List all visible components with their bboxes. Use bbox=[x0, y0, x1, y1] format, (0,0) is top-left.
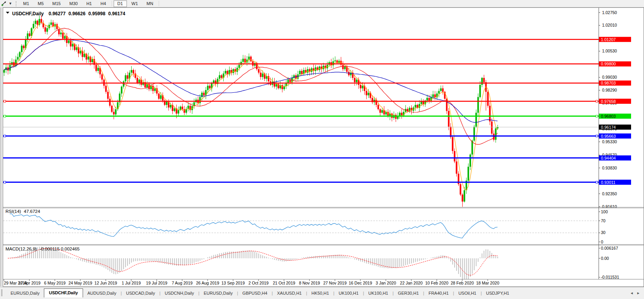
chart-tab-eurusd-daily[interactable]: EURUSD,Daily bbox=[199, 289, 237, 297]
timeframe-button-mn[interactable]: MN bbox=[143, 0, 157, 7]
rsi-tick-label: 70 bbox=[601, 218, 606, 223]
date-tick-label: 24 May 2019 bbox=[69, 281, 92, 285]
chart-tab-usoil-h1[interactable]: USOil,H1 bbox=[454, 289, 481, 297]
price-tick-label: 1.00530 bbox=[602, 49, 617, 53]
title-open: 0.96277 bbox=[49, 11, 66, 16]
date-tick-label: 18 Mar 2020 bbox=[476, 281, 499, 285]
date-tick-label: 12 Jun 2019 bbox=[94, 281, 117, 285]
price-level-badge: 1.01207 bbox=[601, 37, 616, 42]
price-chart-canvas[interactable]: 10070300 0.0061670.00-0.011531 1.027501.… bbox=[0, 7, 644, 287]
chart-tab-usdcnh-daily[interactable]: USDCNH,Daily bbox=[161, 289, 199, 297]
price-level-badge: 0.99800 bbox=[601, 61, 616, 66]
chart-tab-ger30-h1[interactable]: GER30,H1 bbox=[394, 289, 423, 297]
time-axis[interactable]: 29 Mar 201917 Apr 20196 May 201924 May 2… bbox=[4, 279, 499, 285]
chart-tab-xauusd-h1[interactable]: XAUUSD,H1 bbox=[273, 289, 306, 297]
price-level-badge: 0.95663 bbox=[601, 134, 616, 139]
title-close: 0.96174 bbox=[108, 11, 125, 16]
timeframe-button-m30[interactable]: M30 bbox=[65, 0, 81, 7]
chart-tab-audusd-daily[interactable]: AUDUSD,Daily bbox=[83, 289, 121, 297]
price-level-badge: 0.97658 bbox=[601, 99, 616, 104]
date-tick-label: 22 Jan 2020 bbox=[400, 281, 423, 285]
dropdown-arrow-icon[interactable]: ▼ bbox=[9, 2, 14, 5]
date-tick-label: 27 Nov 2019 bbox=[323, 281, 347, 285]
level-handle[interactable] bbox=[4, 135, 6, 137]
tabs-scroll-right-icon[interactable]: ► bbox=[637, 291, 640, 295]
timeframe-button-h1[interactable]: H1 bbox=[82, 0, 96, 7]
date-tick-label: 7 Aug 2019 bbox=[172, 281, 192, 285]
level-handle[interactable] bbox=[596, 181, 598, 183]
price-tick-label: 0.92350 bbox=[602, 191, 617, 196]
timeframe-toolbar: M1M5M15M30H1H4D1W1MN bbox=[19, 0, 160, 7]
timeframe-button-w1[interactable]: W1 bbox=[128, 0, 142, 7]
date-tick-label: 6 May 2019 bbox=[44, 281, 66, 285]
title-symbol: USDCHF,Daily bbox=[12, 11, 44, 16]
chart-window: 10070300 0.0061670.00-0.011531 1.027501.… bbox=[0, 7, 644, 287]
price-tick-label: 1.02750 bbox=[602, 10, 617, 15]
chart-tab-usdchf-daily[interactable]: USDCHF,Daily bbox=[44, 288, 83, 297]
price-tick-label: 1.02010 bbox=[602, 23, 617, 27]
tabs-scroll-left-icon[interactable]: ◄ bbox=[630, 291, 633, 295]
toolbar-grip bbox=[16, 1, 16, 6]
date-tick-label: 2 Oct 2019 bbox=[248, 281, 269, 285]
tab-navigation: ◄ ► bbox=[630, 291, 644, 297]
top-toolbar: ▼ M1M5M15M30H1H4D1W1MN bbox=[0, 0, 644, 7]
price-level-badge: 0.98703 bbox=[601, 81, 616, 85]
date-tick-label: 10 Feb 2020 bbox=[425, 281, 449, 285]
level-handle[interactable] bbox=[596, 100, 598, 102]
chart-window-frame bbox=[3, 8, 644, 287]
date-tick-label: 28 Feb 2020 bbox=[451, 281, 474, 285]
date-tick-label: 1 Jul 2019 bbox=[122, 281, 141, 285]
date-tick-label: 26 Aug 2019 bbox=[196, 281, 219, 285]
date-tick-label: 21 Oct 2019 bbox=[273, 281, 295, 285]
tabbar-grip bbox=[1, 289, 2, 296]
chart-tab-uk100-h1[interactable]: UK100,H1 bbox=[364, 289, 393, 297]
price-level-badge: 0.96174 bbox=[601, 125, 616, 130]
price-tick-label: 0.99030 bbox=[602, 75, 617, 79]
chart-tab-gbpusd-h4[interactable]: GBPUSD,H4 bbox=[238, 289, 272, 297]
timeframe-button-m15[interactable]: M15 bbox=[49, 0, 65, 7]
rsi-tick-label: 100 bbox=[601, 209, 608, 214]
chart-tab-hk50-h1[interactable]: HK50,H1 bbox=[307, 289, 333, 297]
toolbar-separator bbox=[159, 1, 159, 6]
timeframe-button-m1[interactable]: M1 bbox=[19, 0, 33, 7]
macd-tick-label: -0.011531 bbox=[601, 275, 619, 279]
title-low: 0.95998 bbox=[89, 11, 106, 16]
price-level-badge: 0.93011 bbox=[601, 180, 615, 185]
toolbar-separator bbox=[112, 1, 112, 6]
chart-tab-usdcad-daily[interactable]: USDCAD,Daily bbox=[122, 289, 159, 297]
price-tick-label: 0.93830 bbox=[602, 166, 617, 170]
date-tick-label: 17 Apr 2019 bbox=[18, 281, 41, 285]
chart-tabs-bar: EURUSD,DailyUSDCHF,DailyAUDUSD,Daily|USD… bbox=[0, 287, 644, 297]
level-handle[interactable] bbox=[4, 100, 6, 102]
chart-tab-eurusd-daily[interactable]: EURUSD,Daily bbox=[6, 289, 44, 297]
level-handle[interactable] bbox=[4, 115, 6, 117]
svg-text:USDCHF,Daily 0.96277: USDCHF,Daily 0.96277 0.96626 0.95998 0.9… bbox=[12, 11, 125, 16]
chart-tab-fra40-h1[interactable]: FRA40,H1 bbox=[424, 289, 453, 297]
macd-tick-label: 0.006167 bbox=[601, 246, 618, 250]
price-tick-label: 0.95330 bbox=[602, 139, 617, 144]
price-tick-label: 0.98290 bbox=[602, 88, 617, 92]
title-high: 0.96626 bbox=[69, 11, 86, 16]
chart-tool-icon[interactable] bbox=[0, 0, 9, 7]
timeframe-button-m5[interactable]: M5 bbox=[34, 0, 47, 7]
rsi-tick-label: 0 bbox=[601, 240, 603, 244]
rsi-tick-label: 30 bbox=[601, 230, 606, 235]
level-handle[interactable] bbox=[4, 181, 6, 183]
date-tick-label: 8 Nov 2019 bbox=[299, 281, 320, 285]
price-level-badge: 0.94404 bbox=[601, 156, 616, 160]
date-tick-label: 19 Jul 2019 bbox=[146, 281, 167, 285]
date-tick-label: 16 Dec 2019 bbox=[349, 281, 372, 285]
level-handle[interactable] bbox=[596, 135, 598, 137]
chart-tabs: EURUSD,DailyUSDCHF,DailyAUDUSD,Daily|USD… bbox=[6, 287, 630, 297]
chart-tab-uk100-h1[interactable]: UK100,H1 bbox=[335, 289, 363, 297]
macd-tick-label: 0.00 bbox=[601, 256, 609, 261]
macd-label: MACD(12,26,9) -0.000115 0.002465 bbox=[5, 247, 80, 251]
trendline-cursor-icon bbox=[1, 1, 7, 6]
date-tick-label: 13 Sep 2019 bbox=[221, 281, 245, 285]
chart-tab-usdjpy-h1[interactable]: USDJPY,H1 bbox=[482, 289, 514, 297]
date-tick-label: 3 Jan 2020 bbox=[376, 281, 396, 285]
timeframe-button-d1[interactable]: D1 bbox=[114, 0, 127, 7]
price-level-badge: 0.96803 bbox=[601, 114, 616, 119]
level-handle[interactable] bbox=[596, 115, 598, 117]
timeframe-button-h4[interactable]: H4 bbox=[96, 0, 110, 7]
